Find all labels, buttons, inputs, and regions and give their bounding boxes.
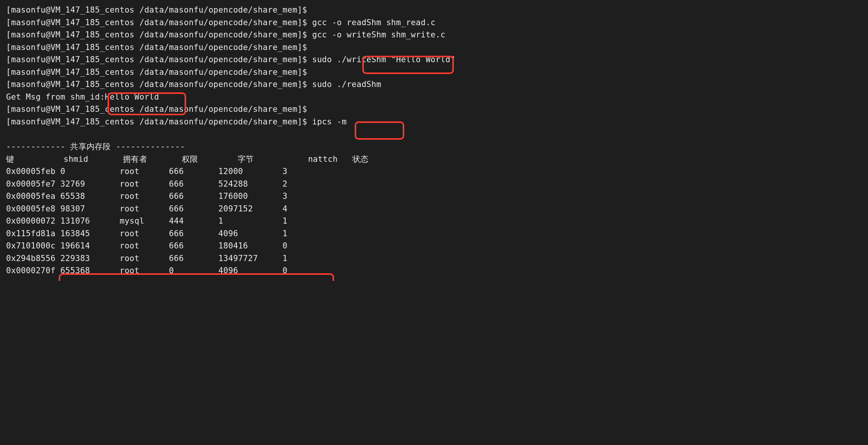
terminal-line: [masonfu@VM_147_185_centos /data/masonfu… <box>6 53 862 66</box>
ipcs-row: 0x00000072 131076 mysql 444 1 1 <box>6 215 862 227</box>
terminal-window: [masonfu@VM_147_185_centos /data/masonfu… <box>6 4 862 277</box>
ipcs-row: 0x115fd81a 163845 root 666 4096 1 <box>6 227 862 240</box>
ipcs-row: 0x7101000c 196614 root 666 180416 0 <box>6 240 862 252</box>
command-input[interactable]: ipcs -m <box>312 117 347 126</box>
shell-prompt: [masonfu@VM_147_185_centos /data/masonfu… <box>6 105 312 114</box>
terminal-line: [masonfu@VM_147_185_centos /data/masonfu… <box>6 66 862 79</box>
shell-prompt: [masonfu@VM_147_185_centos /data/masonfu… <box>6 68 312 77</box>
terminal-line: [masonfu@VM_147_185_centos /data/masonfu… <box>6 29 862 41</box>
command-input[interactable]: sudo ./writeShm "Hello World" <box>312 55 455 64</box>
shell-prompt: [masonfu@VM_147_185_centos /data/masonfu… <box>6 18 312 27</box>
terminal-output: Get Msg from shm_id:Hello World <box>6 91 862 103</box>
shell-prompt: [masonfu@VM_147_185_centos /data/masonfu… <box>6 30 312 39</box>
terminal-line: [masonfu@VM_147_185_centos /data/masonfu… <box>6 116 862 128</box>
shell-prompt: [masonfu@VM_147_185_centos /data/masonfu… <box>6 117 312 126</box>
blank-line <box>6 128 862 140</box>
shell-prompt: [masonfu@VM_147_185_centos /data/masonfu… <box>6 80 312 89</box>
command-input[interactable]: gcc -o writeShm shm_write.c <box>312 30 445 39</box>
command-input[interactable]: gcc -o readShm shm_read.c <box>312 18 436 27</box>
terminal-line: [masonfu@VM_147_185_centos /data/masonfu… <box>6 78 862 91</box>
ipcs-row: 0x0000270f 655368 root 0 4096 0 <box>6 264 862 277</box>
ipcs-header-row: 键 shmid 拥有者 权限 字节 nattch 状态 <box>6 153 862 166</box>
ipcs-title: ------------ 共享内存段 -------------- <box>6 140 862 153</box>
shell-prompt: [masonfu@VM_147_185_centos /data/masonfu… <box>6 43 312 52</box>
terminal-line: [masonfu@VM_147_185_centos /data/masonfu… <box>6 103 862 116</box>
command-input[interactable]: sudo ./readShm <box>312 80 381 89</box>
terminal-line: [masonfu@VM_147_185_centos /data/masonfu… <box>6 41 862 54</box>
ipcs-row: 0x294b8556 229383 root 666 13497727 1 <box>6 252 862 265</box>
ipcs-row: 0x00005fea 65538 root 666 176000 3 <box>6 190 862 203</box>
shell-prompt: [masonfu@VM_147_185_centos /data/masonfu… <box>6 5 312 15</box>
ipcs-row: 0x00005feb 0 root 666 12000 3 <box>6 165 862 178</box>
ipcs-row: 0x00005fe7 32769 root 666 524288 2 <box>6 178 862 190</box>
terminal-line: [masonfu@VM_147_185_centos /data/masonfu… <box>6 16 862 29</box>
shell-prompt: [masonfu@VM_147_185_centos /data/masonfu… <box>6 55 312 64</box>
ipcs-row: 0x00005fe8 98307 root 666 2097152 4 <box>6 203 862 215</box>
terminal-line: [masonfu@VM_147_185_centos /data/masonfu… <box>6 4 862 16</box>
